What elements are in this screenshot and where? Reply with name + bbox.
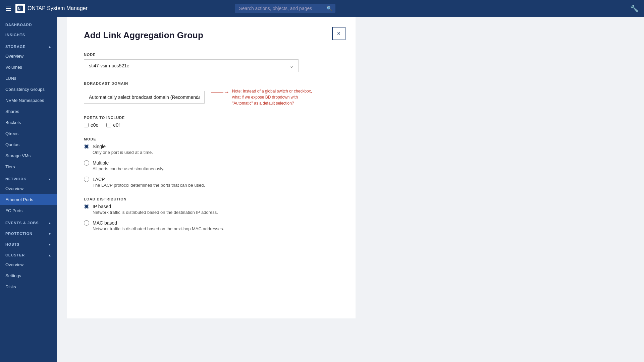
sidebar-item-overview-storage[interactable]: Overview: [0, 51, 57, 62]
load-dist-mac-label: MAC based: [93, 220, 117, 226]
port-e0e-checkbox[interactable]: [84, 123, 89, 127]
sidebar-item-buckets[interactable]: Buckets: [0, 117, 57, 128]
load-dist-mac-desc: Network traffic is distributed based on …: [93, 226, 339, 231]
sidebar-item-dashboard[interactable]: DASHBOARD: [0, 17, 57, 30]
mode-single-item: Single Only one port is used at a time.: [84, 144, 339, 155]
broadcast-domain-field-group: BORADCAST DOMAIN Automatically select br…: [84, 81, 339, 106]
netapp-logo-icon: N: [15, 4, 25, 13]
mode-single-radio[interactable]: [84, 144, 89, 149]
mode-multiple-item: Multiple All ports can be used simultane…: [84, 160, 339, 171]
cluster-chevron-icon: ▲: [48, 253, 52, 257]
network-chevron-icon: ▲: [48, 177, 52, 181]
mode-lacp-radio[interactable]: [84, 177, 89, 182]
mode-multiple-radio[interactable]: [84, 160, 89, 166]
app-logo: N ONTAP System Manager: [15, 4, 88, 13]
load-dist-mac-item: MAC based Network traffic is distributed…: [84, 220, 339, 231]
sidebar-item-disks[interactable]: Disks: [0, 281, 57, 292]
sidebar-item-ethernet-ports[interactable]: Ethernet Ports: [0, 194, 57, 205]
modal-panel: Add Link Aggregation Group × NODE sti47-…: [67, 17, 356, 318]
sidebar-item-insights[interactable]: INSIGHTS: [0, 30, 57, 40]
app-title: ONTAP System Manager: [28, 5, 88, 11]
settings-icon[interactable]: 🔧: [630, 5, 639, 12]
mode-single-label: Single: [93, 144, 106, 149]
node-select-wrapper: sti47-vsim-ucs521e ⌄: [84, 59, 299, 72]
load-dist-ip-desc: Network traffic is distributed based on …: [93, 210, 339, 215]
broadcast-domain-row: Automatically select broadcast domain (R…: [84, 88, 339, 106]
sidebar-section-protection[interactable]: PROTECTION ▼: [0, 227, 57, 238]
sidebar-item-quotas[interactable]: Quotas: [0, 139, 57, 150]
port-e0e-item[interactable]: e0e: [84, 122, 98, 128]
ports-row: e0e e0f: [84, 122, 339, 128]
search-icon: 🔍: [326, 6, 332, 11]
mode-multiple-desc: All ports can be used simultaneously.: [93, 166, 339, 171]
sidebar-item-qtrees[interactable]: Qtrees: [0, 128, 57, 139]
sidebar-item-luns[interactable]: LUNs: [0, 73, 57, 84]
top-navigation: ☰ N ONTAP System Manager 🔍 🔧: [0, 0, 644, 17]
port-e0f-item[interactable]: e0f: [106, 122, 119, 128]
modal-close-button[interactable]: ×: [332, 27, 345, 40]
events-jobs-chevron-icon: ▲: [48, 221, 52, 225]
hamburger-menu-button[interactable]: ☰: [5, 4, 11, 12]
search-input[interactable]: [235, 4, 335, 13]
mode-label: MODE: [84, 137, 339, 141]
load-dist-mac-radio[interactable]: [84, 220, 89, 226]
protection-chevron-icon: ▼: [48, 232, 52, 236]
broadcast-domain-note-text: Note: Instead of a global switch or chec…: [232, 88, 319, 106]
sidebar-section-hosts[interactable]: HOSTS ▼: [0, 238, 57, 248]
svg-text:N: N: [18, 7, 20, 11]
load-dist-ip-radio[interactable]: [84, 204, 89, 209]
mode-lacp-label: LACP: [93, 177, 105, 182]
broadcast-domain-select-wrapper: Automatically select broadcast domain (R…: [84, 91, 205, 104]
port-e0f-label: e0f: [113, 122, 119, 128]
sidebar-item-fc-ports[interactable]: FC Ports: [0, 205, 57, 216]
hosts-chevron-icon: ▼: [48, 243, 52, 246]
node-select[interactable]: sti47-vsim-ucs521e: [84, 59, 299, 72]
mode-lacp-item: LACP The LACP protocol determines the po…: [84, 177, 339, 188]
ports-field-group: PORTS TO INCLUDE e0e e0f: [84, 116, 339, 128]
port-e0e-label: e0e: [91, 122, 98, 128]
broadcast-domain-label: BORADCAST DOMAIN: [84, 81, 339, 85]
node-label: NODE: [84, 53, 339, 57]
sidebar: DASHBOARD INSIGHTS STORAGE ▲ Overview Vo…: [0, 17, 57, 362]
sidebar-item-storage-vms[interactable]: Storage VMs: [0, 150, 57, 161]
sidebar-item-tiers[interactable]: Tiers: [0, 161, 57, 172]
sidebar-item-nvme-namespaces[interactable]: NVMe Namespaces: [0, 95, 57, 106]
mode-multiple-label: Multiple: [93, 160, 109, 166]
load-dist-radio-group: IP based Network traffic is distributed …: [84, 204, 339, 231]
load-dist-ip-item: IP based Network traffic is distributed …: [84, 204, 339, 215]
sidebar-section-events-jobs[interactable]: EVENTS & JOBS ▲: [0, 216, 57, 227]
sidebar-item-volumes[interactable]: Volumes: [0, 62, 57, 73]
modal-title: Add Link Aggregation Group: [84, 30, 339, 41]
port-e0f-checkbox[interactable]: [106, 123, 111, 127]
sidebar-section-cluster[interactable]: CLUSTER ▲: [0, 248, 57, 259]
broadcast-domain-arrow-icon: ——→: [211, 89, 229, 96]
sidebar-item-settings[interactable]: Settings: [0, 270, 57, 281]
search-bar[interactable]: 🔍: [235, 4, 335, 13]
broadcast-domain-select[interactable]: Automatically select broadcast domain (R…: [84, 91, 205, 104]
ports-label: PORTS TO INCLUDE: [84, 116, 339, 120]
broadcast-domain-note: ——→ Note: Instead of a global switch or …: [211, 88, 319, 106]
mode-field-group: MODE Single Only one port is used at a t…: [84, 137, 339, 188]
mode-radio-group: Single Only one port is used at a time. …: [84, 144, 339, 188]
node-field-group: NODE sti47-vsim-ucs521e ⌄: [84, 53, 339, 72]
load-dist-field-group: LOAD DISTRIBUTION IP based Network traff…: [84, 197, 339, 231]
load-dist-label: LOAD DISTRIBUTION: [84, 197, 339, 201]
sidebar-section-network[interactable]: NETWORK ▲: [0, 172, 57, 183]
mode-lacp-desc: The LACP protocol determines the ports t…: [93, 183, 339, 188]
sidebar-section-storage[interactable]: STORAGE ▲: [0, 40, 57, 51]
storage-chevron-icon: ▲: [48, 45, 52, 49]
sidebar-item-shares[interactable]: Shares: [0, 106, 57, 117]
top-nav-right: 🔧: [630, 4, 639, 12]
sidebar-item-consistency-groups[interactable]: Consistency Groups: [0, 84, 57, 95]
load-dist-ip-label: IP based: [93, 204, 111, 209]
sidebar-item-overview-cluster[interactable]: Overview: [0, 259, 57, 270]
sidebar-item-overview-network[interactable]: Overview: [0, 183, 57, 194]
main-content: Add Link Aggregation Group × NODE sti47-…: [57, 17, 644, 362]
mode-single-desc: Only one port is used at a time.: [93, 150, 339, 155]
